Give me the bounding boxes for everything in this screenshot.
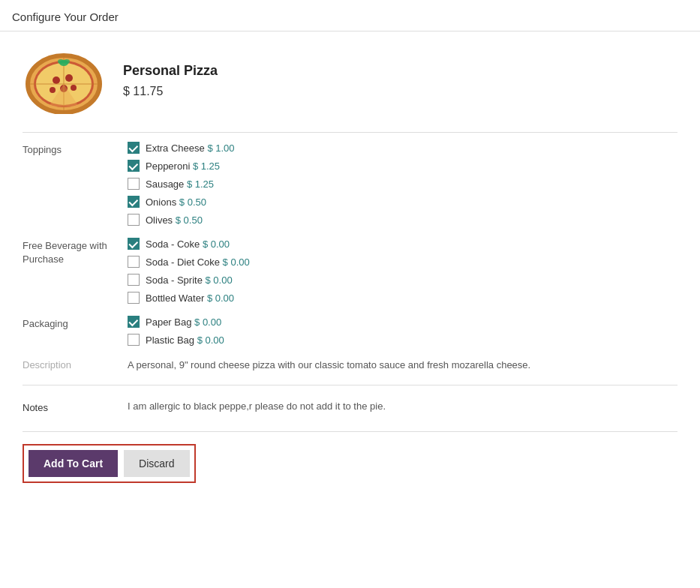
list-item[interactable]: Bottled Water $ 0.00 <box>128 292 250 304</box>
list-item[interactable]: Pepperoni $ 1.25 <box>128 160 235 172</box>
list-item[interactable]: Sausage $ 1.25 <box>128 178 235 190</box>
list-item[interactable]: Paper Bag $ 0.00 <box>128 316 224 328</box>
checkbox-soda-sprite[interactable] <box>128 274 140 286</box>
bottom-divider <box>23 431 677 432</box>
checkbox-extra-cheese[interactable] <box>128 142 140 154</box>
option-label: Extra Cheese $ 1.00 <box>146 142 235 154</box>
checkbox-plastic-bag[interactable] <box>128 334 140 346</box>
notes-section: Notes I am allergic to black peppe,r ple… <box>23 394 677 413</box>
checkbox-onions[interactable] <box>128 196 140 208</box>
beverage-section: Free Beverage with Purchase Soda - Coke … <box>23 238 677 304</box>
product-image <box>23 46 105 114</box>
option-label: Plastic Bag $ 0.00 <box>146 334 224 346</box>
section-divider <box>23 132 677 133</box>
list-item[interactable]: Soda - Sprite $ 0.00 <box>128 274 250 286</box>
checkbox-pepperoni[interactable] <box>128 160 140 172</box>
option-label: Paper Bag $ 0.00 <box>146 316 221 328</box>
svg-point-13 <box>64 59 70 64</box>
svg-point-4 <box>53 76 60 84</box>
option-label: Olives $ 0.50 <box>146 214 203 226</box>
toppings-options: Extra Cheese $ 1.00 Pepperoni $ 1.25 Sau… <box>128 142 235 226</box>
option-label: Bottled Water $ 0.00 <box>146 292 234 304</box>
list-item[interactable]: Olives $ 0.50 <box>128 214 235 226</box>
option-label: Soda - Coke $ 0.00 <box>146 238 230 250</box>
checkbox-bottled-water[interactable] <box>128 292 140 304</box>
notes-text: I am allergic to black peppe,r please do… <box>128 400 386 412</box>
page-header: Configure Your Order <box>0 0 700 32</box>
svg-point-5 <box>65 74 73 82</box>
option-label: Onions $ 0.50 <box>146 196 206 208</box>
checkbox-sausage[interactable] <box>128 178 140 190</box>
list-item[interactable]: Onions $ 0.50 <box>128 196 235 208</box>
product-info: Personal Pizza $ 11.75 <box>123 63 218 98</box>
list-item[interactable]: Plastic Bag $ 0.00 <box>128 334 224 346</box>
product-price: $ 11.75 <box>123 85 218 98</box>
list-item[interactable]: Extra Cheese $ 1.00 <box>128 142 235 154</box>
checkbox-soda-diet-coke[interactable] <box>128 256 140 268</box>
add-to-cart-button[interactable]: Add To Cart <box>29 450 118 477</box>
checkbox-soda-coke[interactable] <box>128 238 140 250</box>
svg-point-12 <box>58 59 64 64</box>
notes-divider <box>23 385 677 386</box>
option-label: Sausage $ 1.25 <box>146 178 214 190</box>
list-item[interactable]: Soda - Coke $ 0.00 <box>128 238 250 250</box>
checkbox-olives[interactable] <box>128 214 140 226</box>
list-item[interactable]: Soda - Diet Coke $ 0.00 <box>128 256 250 268</box>
svg-point-7 <box>50 87 56 93</box>
option-label: Soda - Sprite $ 0.00 <box>146 274 233 286</box>
discard-button[interactable]: Discard <box>124 450 189 477</box>
option-label: Soda - Diet Coke $ 0.00 <box>146 256 250 268</box>
description-section: Description A personal, 9" round cheese … <box>23 358 677 373</box>
checkbox-paper-bag[interactable] <box>128 316 140 328</box>
packaging-options: Paper Bag $ 0.00 Plastic Bag $ 0.00 <box>128 316 224 346</box>
notes-label: Notes <box>23 400 128 413</box>
packaging-label: Packaging <box>23 316 128 331</box>
action-buttons-container: Add To Cart Discard <box>23 444 196 483</box>
description-label: Description <box>23 358 128 370</box>
beverage-label: Free Beverage with Purchase <box>23 238 128 266</box>
packaging-section: Packaging Paper Bag $ 0.00 Plastic Bag $… <box>23 316 677 346</box>
page-title: Configure Your Order <box>12 10 119 23</box>
product-name: Personal Pizza <box>123 63 218 79</box>
svg-point-8 <box>71 85 77 91</box>
toppings-label: Toppings <box>23 142 128 157</box>
toppings-section: Toppings Extra Cheese $ 1.00 Pepperoni $… <box>23 142 677 226</box>
beverage-options: Soda - Coke $ 0.00 Soda - Diet Coke $ 0.… <box>128 238 250 304</box>
option-label: Pepperoni $ 1.25 <box>146 160 220 172</box>
description-text: A personal, 9" round cheese pizza with o… <box>128 358 530 373</box>
